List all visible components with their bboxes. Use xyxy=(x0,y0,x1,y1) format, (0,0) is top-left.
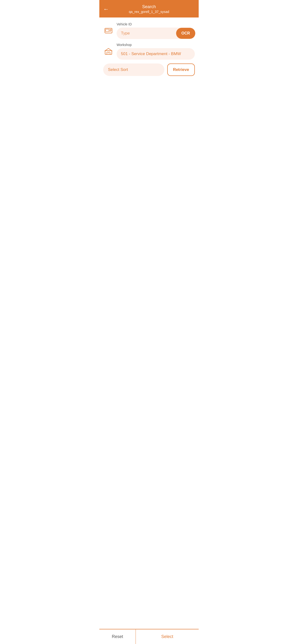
svg-rect-6 xyxy=(107,52,110,54)
select-button[interactable]: Select xyxy=(136,630,199,644)
svg-rect-0 xyxy=(105,28,112,33)
header-title: Search qa_rex_gorell_1_37_sysad xyxy=(129,4,169,14)
workshop-field-wrap: Workshop xyxy=(117,43,195,60)
workshop-row: Workshop xyxy=(103,43,195,60)
vehicle-id-field-wrap: Vehicle ID OCR xyxy=(117,22,195,39)
header-subtitle: qa_rex_gorell_1_37_sysad xyxy=(129,10,169,14)
action-row: Select Sort Retrieve xyxy=(103,64,195,76)
retrieve-button[interactable]: Retrieve xyxy=(167,64,195,76)
header-main-title: Search xyxy=(129,4,169,9)
ocr-button[interactable]: OCR xyxy=(176,28,195,39)
vehicle-id-row: Vehicle ID OCR xyxy=(103,22,195,39)
vehicle-id-label: Vehicle ID xyxy=(117,22,195,26)
main-content: Vehicle ID OCR Workshop Select Sort Retr… xyxy=(99,18,199,629)
workshop-label: Workshop xyxy=(117,43,195,47)
header: ← Search qa_rex_gorell_1_37_sysad xyxy=(99,0,199,18)
workshop-icon xyxy=(103,46,114,56)
vehicle-id-input[interactable] xyxy=(117,28,176,39)
reset-button[interactable]: Reset xyxy=(99,630,136,644)
vehicle-icon xyxy=(103,26,114,36)
select-sort-button[interactable]: Select Sort xyxy=(103,64,164,76)
bottom-bar: Reset Select xyxy=(99,629,199,644)
svg-rect-5 xyxy=(105,50,112,54)
vehicle-id-input-row: OCR xyxy=(117,28,195,39)
back-button[interactable]: ← xyxy=(103,6,109,12)
workshop-input[interactable] xyxy=(117,48,195,60)
svg-rect-1 xyxy=(106,29,109,32)
